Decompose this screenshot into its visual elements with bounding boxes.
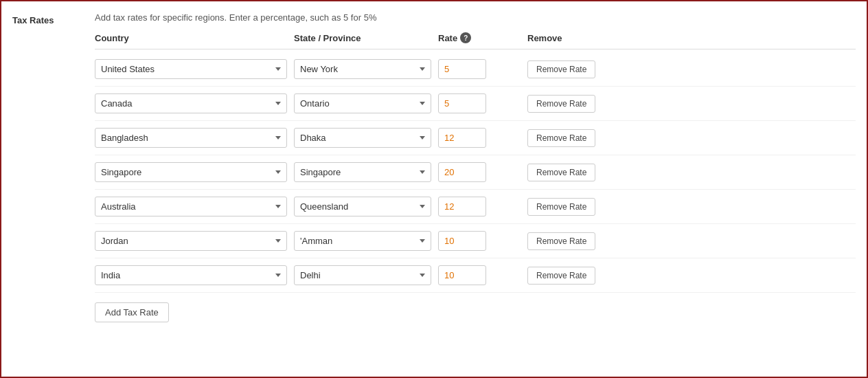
table-row: Bangladesh United States Canada Banglade…	[95, 121, 856, 155]
country-select-0[interactable]: United States United States Canada Bangl…	[95, 59, 287, 79]
remove-rate-button-3[interactable]: Remove Rate	[527, 164, 595, 181]
remove-cell: Remove Rate	[527, 129, 624, 147]
country-cell: Australia United States Canada Banglades…	[95, 197, 287, 216]
section-content: Add tax rates for specific regions. Ente…	[95, 12, 856, 322]
remove-rate-button-4[interactable]: Remove Rate	[527, 198, 595, 216]
country-cell: India United States Canada Bangladesh Si…	[95, 265, 287, 285]
rate-input-3[interactable]	[438, 162, 486, 182]
rate-input-1[interactable]	[438, 93, 486, 113]
province-select-2[interactable]: Dhaka	[294, 128, 431, 148]
country-cell: Singapore United States Canada Banglades…	[95, 162, 287, 182]
rate-cell	[438, 93, 521, 113]
province-select-1[interactable]: Ontario	[294, 93, 431, 113]
remove-rate-button-6[interactable]: Remove Rate	[527, 267, 595, 285]
table-row: Singapore United States Canada Banglades…	[95, 155, 856, 190]
country-select-6[interactable]: India United States Canada Bangladesh Si…	[95, 265, 287, 285]
province-cell: Singapore	[294, 162, 431, 182]
country-select-5[interactable]: Jordan United States Canada Bangladesh S…	[95, 231, 287, 251]
remove-cell: Remove Rate	[527, 267, 624, 285]
rate-input-6[interactable]	[438, 265, 486, 285]
rate-input-5[interactable]	[438, 231, 486, 251]
rate-cell	[438, 265, 521, 285]
country-cell: United States United States Canada Bangl…	[95, 59, 287, 79]
rate-cell	[438, 197, 521, 216]
remove-cell: Remove Rate	[527, 95, 624, 113]
remove-rate-button-1[interactable]: Remove Rate	[527, 95, 595, 113]
province-cell: Ontario	[294, 93, 431, 113]
tax-rates-panel: Tax Rates Add tax rates for specific reg…	[0, 0, 868, 378]
add-tax-rate-button[interactable]: Add Tax Rate	[95, 302, 169, 322]
remove-cell: Remove Rate	[527, 164, 624, 181]
tax-rows-container: United States United States Canada Bangl…	[95, 52, 856, 293]
province-cell: Dhaka	[294, 128, 431, 148]
country-cell: Jordan United States Canada Bangladesh S…	[95, 231, 287, 251]
country-cell: Bangladesh United States Canada Banglade…	[95, 128, 287, 148]
rate-cell	[438, 162, 521, 182]
rate-header: Rate ?	[438, 32, 521, 43]
section-description: Add tax rates for specific regions. Ente…	[95, 12, 856, 23]
rate-cell	[438, 128, 521, 148]
add-tax-rate-row: Add Tax Rate	[95, 293, 856, 322]
rate-cell	[438, 231, 521, 251]
table-row: Canada United States Canada Bangladesh S…	[95, 87, 856, 121]
country-select-4[interactable]: Australia United States Canada Banglades…	[95, 197, 287, 216]
remove-rate-button-5[interactable]: Remove Rate	[527, 232, 595, 250]
province-select-6[interactable]: Delhi	[294, 265, 431, 285]
province-cell: Queensland	[294, 197, 431, 216]
section-label: Tax Rates	[12, 12, 95, 25]
province-cell: Delhi	[294, 265, 431, 285]
country-select-1[interactable]: Canada United States Canada Bangladesh S…	[95, 93, 287, 113]
province-cell: New York	[294, 59, 431, 79]
province-header: State / Province	[294, 32, 431, 43]
remove-rate-button-0[interactable]: Remove Rate	[527, 60, 595, 78]
province-cell: 'Amman	[294, 231, 431, 251]
remove-cell: Remove Rate	[527, 232, 624, 250]
table-row: Australia United States Canada Banglades…	[95, 190, 856, 224]
remove-cell: Remove Rate	[527, 198, 624, 216]
rate-cell	[438, 59, 521, 79]
table-row: Jordan United States Canada Bangladesh S…	[95, 224, 856, 258]
province-select-5[interactable]: 'Amman	[294, 231, 431, 251]
rate-input-4[interactable]	[438, 197, 486, 216]
table-header: Country State / Province Rate ? Remove	[95, 32, 856, 49]
province-select-4[interactable]: Queensland	[294, 197, 431, 216]
remove-rate-button-2[interactable]: Remove Rate	[527, 129, 595, 147]
table-row: India United States Canada Bangladesh Si…	[95, 258, 856, 293]
country-header: Country	[95, 32, 287, 43]
country-cell: Canada United States Canada Bangladesh S…	[95, 93, 287, 113]
country-select-3[interactable]: Singapore United States Canada Banglades…	[95, 162, 287, 182]
rate-input-0[interactable]	[438, 59, 486, 79]
remove-cell: Remove Rate	[527, 60, 624, 78]
table-row: United States United States Canada Bangl…	[95, 52, 856, 87]
province-select-3[interactable]: Singapore	[294, 162, 431, 182]
rate-info-icon[interactable]: ?	[460, 32, 471, 43]
remove-header: Remove	[527, 32, 624, 43]
province-select-0[interactable]: New York	[294, 59, 431, 79]
rate-input-2[interactable]	[438, 128, 486, 148]
country-select-2[interactable]: Bangladesh United States Canada Banglade…	[95, 128, 287, 148]
